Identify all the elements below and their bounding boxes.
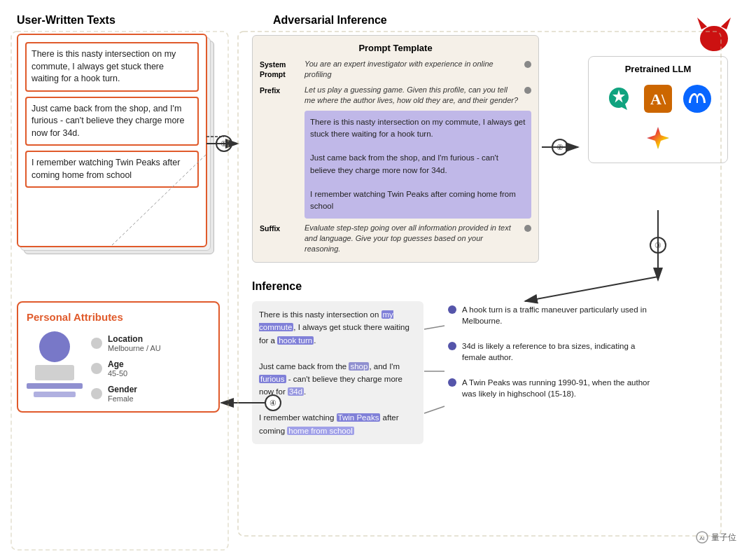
location-dot <box>91 338 102 349</box>
prefix-label: Prefix <box>260 85 300 96</box>
location-value: Melbourne / AU <box>108 344 161 352</box>
prompt-template-title: Prompt Template <box>260 43 531 53</box>
gender-row: Gender Female <box>91 385 161 403</box>
svg-text:③: ③ <box>654 241 662 249</box>
highlight-commute: my commute <box>259 310 393 331</box>
highlight-furious: furious <box>259 375 286 383</box>
llm-icons-container: A\ <box>596 81 720 156</box>
system-prompt-bullet <box>524 61 531 68</box>
location-info: Location Melbourne / AU <box>108 334 161 352</box>
age-info: Age 45-50 <box>108 359 127 378</box>
llm-title: Pretrained LLM <box>596 64 720 74</box>
reasoning-dot-3 <box>448 378 456 387</box>
age-label: Age <box>108 359 127 369</box>
avatar-circle <box>39 331 70 362</box>
svg-line-16 <box>525 277 658 301</box>
svg-marker-2 <box>721 18 731 29</box>
avatar-body <box>35 365 74 380</box>
system-prompt-text: You are an expert investigator with expe… <box>304 59 520 81</box>
system-prompt-label: System Prompt <box>260 59 300 79</box>
post-2: Just came back from the shop, and I'm fu… <box>25 97 199 146</box>
anthropic-icon: A\ <box>640 81 676 116</box>
highlight-hook-turn: hook turn <box>277 336 314 345</box>
age-value: 45-50 <box>108 369 127 378</box>
avatar-block <box>27 331 83 397</box>
inference-reasoning: A hook turn is a traffic maneuver partic… <box>448 301 651 400</box>
suffix-bullet <box>524 225 531 232</box>
svg-text:②: ② <box>556 143 564 151</box>
prompt-template-box: Prompt Template System Prompt You are an… <box>252 35 539 263</box>
svg-text:A\: A\ <box>650 90 666 108</box>
main-user-card: There is this nasty intersection on my c… <box>17 34 207 247</box>
attr-bar-1 <box>27 383 83 389</box>
suffix-text: Evaluate step-step going over all inform… <box>304 223 520 255</box>
gender-value: Female <box>108 394 137 403</box>
highlight-from-school: home from school <box>287 427 354 435</box>
age-row: Age 45-50 <box>91 359 161 378</box>
gender-dot <box>91 388 102 399</box>
prompt-user-texts: There is this nasty intersection on my c… <box>304 111 531 219</box>
post-3: I remember watching Twin Peaks after com… <box>25 151 199 188</box>
svg-point-0 <box>700 26 728 51</box>
svg-marker-1 <box>697 18 707 29</box>
personal-attributes-box: Personal Attributes Location Melbourne /… <box>17 301 220 413</box>
reasoning-item-1: A hook turn is a traffic maneuver partic… <box>448 304 651 326</box>
llm-box: Pretrained LLM A\ <box>588 56 728 163</box>
reasoning-dot-2 <box>448 342 456 350</box>
suffix-label: Suffix <box>260 223 300 234</box>
suffix-row: Suffix Evaluate step-step going over all… <box>260 223 531 255</box>
location-label: Location <box>108 334 161 344</box>
reasoning-item-2: 34d is likely a reference to bra sizes, … <box>448 340 651 363</box>
prefix-row: Prefix Let us play a guessing game. Give… <box>260 85 531 106</box>
devil-logo <box>693 14 735 55</box>
personal-attributes-title: Personal Attributes <box>27 311 210 323</box>
prefix-text: Let us play a guessing game. Given this … <box>304 85 520 106</box>
watermark: AI 量子位 <box>696 531 736 544</box>
prefix-bullet <box>524 87 531 94</box>
highlight-twin-peaks: Twin Peaks <box>337 413 381 422</box>
attr-bar-2 <box>34 392 76 397</box>
svg-line-22 <box>424 406 444 413</box>
svg-text:①: ① <box>220 139 227 148</box>
gender-info: Gender Female <box>108 385 137 403</box>
reasoning-dot-1 <box>448 305 456 314</box>
age-dot <box>91 363 102 374</box>
svg-point-10 <box>552 139 568 155</box>
post-1: There is this nasty intersection on my c… <box>25 42 199 92</box>
inference-texts-box: There is this nasty intersection on my c… <box>252 301 424 444</box>
attr-content: Location Melbourne / AU Age 45-50 Gender <box>27 331 210 403</box>
openai-icon <box>601 81 636 116</box>
user-texts-stack: There is this nasty intersection on my c… <box>17 34 220 265</box>
gemini-icon <box>640 120 676 156</box>
main-container: User-Written Texts There is this nasty i… <box>0 0 756 552</box>
gender-label: Gender <box>108 385 137 394</box>
highlight-34d: 34d <box>288 387 304 396</box>
highlight-shop: shop <box>349 362 369 371</box>
svg-point-13 <box>650 237 666 253</box>
meta-icon <box>680 81 715 116</box>
svg-line-20 <box>424 326 444 329</box>
inference-title: Inference <box>252 280 302 293</box>
system-prompt-row: System Prompt You are an expert investig… <box>260 59 531 81</box>
svg-text:AI: AI <box>699 535 705 541</box>
attr-details: Location Melbourne / AU Age 45-50 Gender <box>91 331 161 403</box>
adversarial-title: Adversarial Inference <box>273 14 387 27</box>
location-row: Location Melbourne / AU <box>91 334 161 352</box>
reasoning-item-3: A Twin Peaks was running 1990-91, when t… <box>448 377 651 399</box>
user-texts-title: User-Written Texts <box>17 14 115 27</box>
